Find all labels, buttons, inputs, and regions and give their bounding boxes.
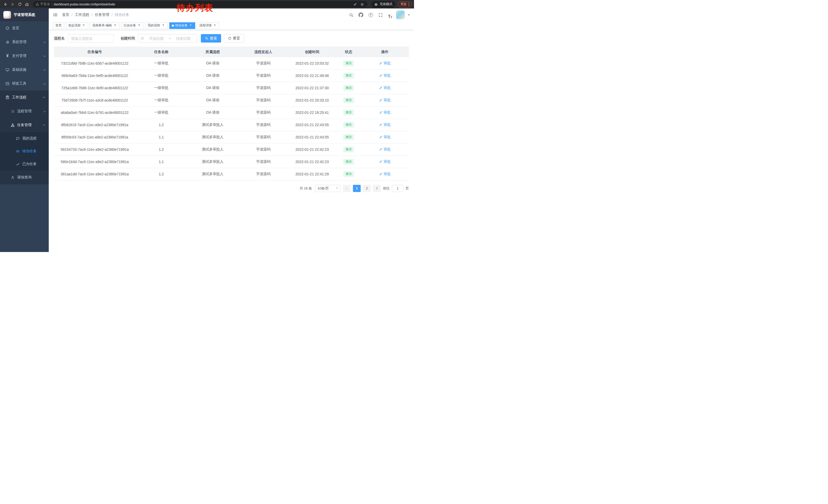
prev-page-button[interactable] [343,185,350,192]
browser-forward-button[interactable] [9,1,16,8]
user-icon [10,175,15,180]
approve-button[interactable]: 审批 [379,147,391,152]
flow-tree-icon [10,123,15,127]
sidebar-item-system-mgmt[interactable]: 系统管理 [0,35,49,49]
sidebar-item-todo-tasks[interactable]: 待办任务 [0,145,49,158]
top-navbar: 首页 / 工作流程 / 任务管理 / 待办任务 ? [49,8,414,21]
page-number-2[interactable]: 2 [363,185,371,192]
breadcrumb-workflow[interactable]: 工作流程 [75,12,89,17]
sidebar-item-process-mgmt[interactable]: 流程管理 [0,104,49,118]
back-arrow-icon [3,2,7,6]
action-cell: 审批 [361,82,409,94]
edit-icon [379,86,382,89]
start-date-input[interactable] [145,36,168,41]
process-cell: 测试多审批人 [187,168,239,180]
tab-done-tasks[interactable]: 已办任务 × [121,22,143,29]
action-cell: 审批 [361,119,409,131]
avatar-caret-icon[interactable] [408,14,410,16]
chevron-down-icon [43,110,46,112]
status-cell: 激活 [336,131,361,143]
breadcrumb-task-mgmt[interactable]: 任务管理 [95,12,109,17]
tab-close-icon[interactable]: × [189,24,193,28]
tab-close-icon[interactable]: × [137,24,141,28]
status-badge: 激活 [343,60,354,66]
font-size-button[interactable]: TT [386,11,394,19]
incognito-icon [374,2,378,6]
status-badge: 激活 [343,134,354,140]
approve-button[interactable]: 审批 [379,159,391,164]
task-id-cell: a6aba0a4-7b6d-11ec-b781-acde48001122 [54,106,135,119]
page-size-select[interactable]: 10条/页 [315,185,341,192]
process-cell: 测试多审批人 [187,119,239,131]
initiator-cell: 芋道源码 [239,70,288,82]
sidebar-item-label: 首页 [12,26,19,31]
approve-button[interactable]: 审批 [379,172,391,176]
tab-close-icon[interactable]: × [161,24,165,28]
next-page-button[interactable] [373,185,381,192]
browser-update-button[interactable]: 更新 [398,1,412,7]
page-number-1[interactable]: 1 [353,185,361,192]
tab-form-edit[interactable]: 流程表单-编辑 × [90,22,120,29]
sidebar-item-workflow[interactable]: 工作流程 [0,91,49,104]
toolbox-icon [5,81,10,86]
breadcrumb-home[interactable]: 首页 [62,12,69,17]
help-button[interactable]: ? [367,11,374,19]
sidebar-toggle-button[interactable] [53,12,58,17]
app-logo[interactable]: 芋道管理系统 [0,8,49,21]
user-avatar[interactable] [396,10,405,19]
tab-process-detail[interactable]: 流程详情 × [197,22,219,29]
sidebar-item-task-mgmt[interactable]: 任务管理 [0,118,49,132]
sidebar-item-label: 基础设施 [12,67,27,72]
search-icon [349,13,354,17]
navbar-actions: ? TT [347,10,410,19]
sidebar-item-leave-query[interactable]: 请假查询 [0,171,49,184]
page-unit-label: 页 [406,186,409,191]
bookmark-star-button[interactable] [360,2,365,7]
approve-button[interactable]: 审批 [379,110,391,115]
created-time-cell: 2022-01-21 22:42:23 [288,155,336,168]
approve-button[interactable]: 审批 [379,98,391,102]
tab-start-process[interactable]: 发起流程 × [66,22,88,29]
sidebar-item-payment-mgmt[interactable]: ¥ 支付管理 [0,49,49,63]
github-button[interactable] [357,11,365,19]
sidebar-item-home[interactable]: 首页 [0,21,49,35]
table-row: 069c6a63-7b8a-11ec-8ef0-acde48001122 一级审… [54,70,409,82]
password-key-button[interactable] [353,2,358,7]
browser-back-button[interactable] [2,1,9,8]
tab-todo-tasks[interactable]: 待办任务 × [169,22,195,29]
reset-button[interactable]: 重置 [224,34,244,43]
tab-close-icon[interactable]: × [82,24,86,28]
created-time-cell: 2022-01-22 23:53:32 [288,57,336,70]
tab-close-icon[interactable]: × [113,24,117,28]
fullscreen-button[interactable] [377,11,384,19]
date-range-picker[interactable]: - [138,34,198,43]
tab-my-process[interactable]: 我的流程 × [145,22,168,29]
table-row: 8f059c03-7ac8-11ec-a9e2-a2380e71991a 1.1… [54,131,409,143]
browser-reload-button[interactable] [16,1,23,8]
status-badge: 激活 [343,97,354,103]
approve-button[interactable]: 审批 [379,123,391,127]
header-search-button[interactable] [347,11,355,19]
approve-button[interactable]: 审批 [379,135,391,139]
approve-button[interactable]: 审批 [379,61,391,65]
approve-button[interactable]: 审批 [379,73,391,78]
task-id-cell: 8f0d1619-7ac8-11ec-a9e2-a2380e71991a [54,119,135,131]
browser-home-button[interactable] [24,1,30,8]
approve-button[interactable]: 审批 [379,86,391,90]
task-id-cell: 73211d9d-7b9b-11ec-b5b7-acde48001122 [54,57,135,70]
sidebar-item-my-process[interactable]: 我的流程 [0,132,49,145]
chevron-down-icon [43,68,46,71]
security-indicator[interactable]: 不安全 [36,2,50,6]
incognito-badge: 无痕模式 [371,1,395,8]
sidebar-item-infrastructure[interactable]: 基础设施 [0,63,49,77]
sidebar-item-done-tasks[interactable]: 已办任务 [0,158,49,171]
address-bar[interactable]: 不安全 dashboard.yudao.iocoder.cn/bpm/task/… [33,1,368,7]
goto-page-input[interactable] [392,185,403,192]
process-name-input[interactable] [68,34,114,43]
status-badge: 激活 [343,147,354,152]
tab-home[interactable]: 首页 [53,22,64,29]
sidebar-item-dev-tools[interactable]: 研发工具 [0,77,49,91]
search-button[interactable]: 搜索 [201,34,221,43]
end-date-input[interactable] [171,36,195,41]
tab-close-icon[interactable]: × [213,24,217,28]
